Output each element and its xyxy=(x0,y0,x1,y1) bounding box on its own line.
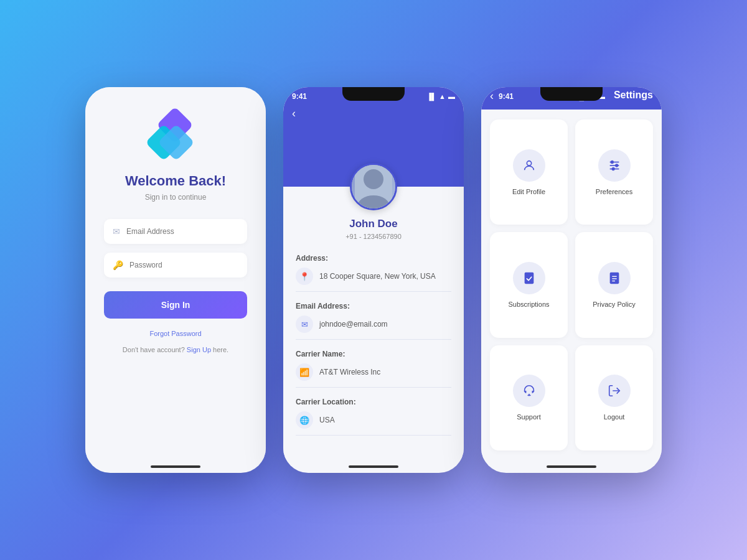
app-logo xyxy=(151,112,200,156)
email-row: ✉ johndoe@email.com xyxy=(296,315,451,340)
svg-rect-10 xyxy=(524,273,533,284)
settings-card-subscriptions[interactable]: Subscriptions xyxy=(490,232,568,337)
avatar-image xyxy=(352,165,395,208)
settings-card-preferences[interactable]: Preferences xyxy=(575,119,653,225)
avatar-svg xyxy=(355,163,392,210)
logout-label: Logout xyxy=(604,413,625,421)
notch xyxy=(342,87,405,101)
subscriptions-label: Subscriptions xyxy=(508,301,549,308)
login-title: Welcome Back! xyxy=(125,173,226,189)
preferences-icon xyxy=(598,149,631,182)
signal-icon: ▐▌ xyxy=(427,93,437,100)
svg-point-1 xyxy=(364,169,383,189)
carrier-icon: 📶 xyxy=(296,363,313,381)
sliders-icon-svg xyxy=(608,159,621,172)
status-icons: ▐▌ ▲ ▬ xyxy=(427,93,455,100)
wifi-icon: ▲ xyxy=(439,93,446,100)
address-row: 📍 18 Cooper Square, New York, USA xyxy=(296,268,451,292)
settings-card-privacy[interactable]: Privacy Policy xyxy=(575,232,653,337)
settings-card-edit-profile[interactable]: Edit Profile xyxy=(490,119,568,225)
edit-profile-label: Edit Profile xyxy=(512,188,545,195)
location-icon: 🌐 xyxy=(296,411,313,429)
address-value: 18 Cooper Square, New York, USA xyxy=(319,272,436,281)
support-icon xyxy=(513,375,545,407)
location-section-label: Carrier Location: xyxy=(296,398,451,406)
settings-time: 9:41 xyxy=(499,92,514,101)
privacy-label: Privacy Policy xyxy=(593,301,635,308)
signin-button[interactable]: Sign In xyxy=(104,291,247,319)
settings-title: Settings xyxy=(614,87,653,101)
email-info-icon: ✉ xyxy=(296,315,313,333)
login-content: Welcome Back! Sign in to continue ✉ 🔑 Si… xyxy=(85,87,266,460)
home-indicator xyxy=(151,465,200,468)
password-input[interactable] xyxy=(129,261,238,269)
svg-point-3 xyxy=(527,161,531,165)
person-icon-svg xyxy=(522,159,536,172)
profile-header: 9:41 ▐▌ ▲ ▬ ‹ xyxy=(283,87,464,187)
location-value: USA xyxy=(319,416,335,424)
edit-profile-icon xyxy=(513,149,545,182)
user-avatar xyxy=(350,163,397,210)
support-label: Support xyxy=(517,413,541,421)
login-screen: Welcome Back! Sign in to continue ✉ 🔑 Si… xyxy=(85,87,266,473)
email-value: johndoe@email.com xyxy=(319,320,388,329)
doc-check-icon-svg xyxy=(522,271,536,285)
back-button[interactable]: ‹ xyxy=(292,107,296,120)
email-input[interactable] xyxy=(126,227,238,236)
location-row: 🌐 USA xyxy=(296,411,451,436)
battery-icon: ▬ xyxy=(448,93,455,100)
logout-icon-svg xyxy=(608,384,621,398)
login-subtitle: Sign in to continue xyxy=(145,193,207,202)
carrier-value: AT&T Wireless Inc xyxy=(319,368,380,376)
profile-screen: 9:41 ▐▌ ▲ ▬ ‹ John Doe +91 - 1234567890 … xyxy=(283,87,464,473)
notch-3 xyxy=(540,87,603,101)
svg-point-9 xyxy=(612,167,614,170)
email-input-group: ✉ xyxy=(104,219,247,244)
forgot-password-link[interactable]: Forgot Password xyxy=(149,330,201,337)
settings-header: 9:41 ▐▌ ▲ ▬ ‹ Settings xyxy=(481,87,662,110)
address-icon: 📍 xyxy=(296,268,313,285)
signup-prompt: Don't have account? Sign Up here. xyxy=(123,346,228,353)
svg-rect-11 xyxy=(609,273,619,284)
headset-icon-svg xyxy=(522,384,536,398)
settings-screen: 9:41 ▐▌ ▲ ▬ ‹ Settings Edit Profile xyxy=(481,87,662,473)
email-section-label: Email Address: xyxy=(296,302,451,310)
profile-body: John Doe +91 - 1234567890 Address: 📍 18 … xyxy=(283,187,464,460)
subscriptions-icon xyxy=(513,262,545,294)
logout-icon xyxy=(598,375,631,407)
svg-point-8 xyxy=(615,164,618,167)
doc-lines-icon-svg xyxy=(608,271,621,285)
home-indicator-2 xyxy=(349,465,398,468)
preferences-label: Preferences xyxy=(596,188,632,195)
carrier-row: 📶 AT&T Wireless Inc xyxy=(296,363,451,388)
user-name: John Doe xyxy=(296,218,451,230)
privacy-icon xyxy=(598,262,631,294)
password-icon: 🔑 xyxy=(113,260,123,270)
email-icon: ✉ xyxy=(113,226,120,236)
signup-suffix: here. xyxy=(213,346,228,353)
home-indicator-3 xyxy=(547,465,596,468)
status-time: 9:41 xyxy=(292,92,307,101)
svg-point-7 xyxy=(611,161,613,163)
user-phone: +91 - 1234567890 xyxy=(296,233,451,240)
signup-prompt-text: Don't have account? xyxy=(123,346,185,353)
settings-card-logout[interactable]: Logout xyxy=(575,345,653,450)
address-section-label: Address: xyxy=(296,254,451,263)
settings-card-support[interactable]: Support xyxy=(490,345,568,450)
password-input-group: 🔑 xyxy=(104,253,247,278)
settings-back-button[interactable]: ‹ xyxy=(490,90,494,103)
signup-link[interactable]: Sign Up xyxy=(187,346,211,353)
settings-grid: Edit Profile Preferences xyxy=(481,110,662,460)
carrier-section-label: Carrier Name: xyxy=(296,350,451,358)
